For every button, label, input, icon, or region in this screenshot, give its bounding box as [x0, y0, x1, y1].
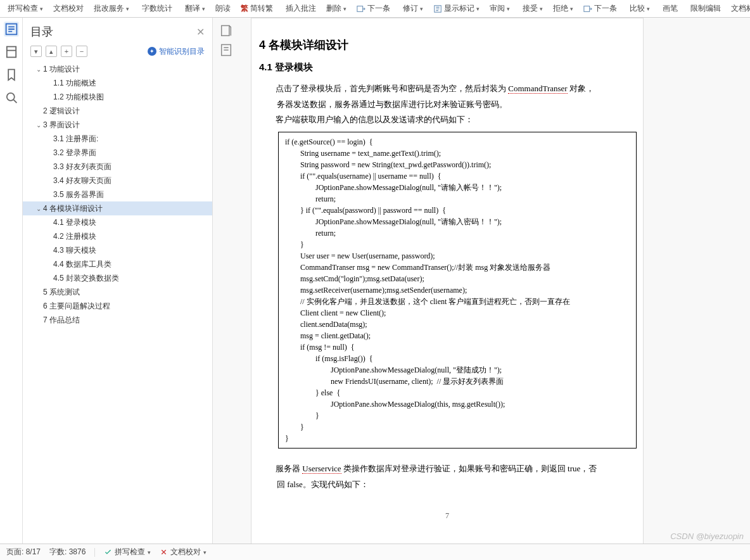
outline-item-label: 3.5 服务器界面: [53, 189, 104, 200]
box-arrow-icon: [357, 4, 365, 13]
reject-button[interactable]: 拒绝▾: [548, 1, 578, 17]
main-area: 目录 ✕ ▾ ▴ + − ✦ 智能识别目录 ⌄1 功能设计1.1 功能概述1.2…: [0, 18, 750, 544]
revise-button[interactable]: 修订▾: [398, 1, 428, 17]
insert-comment-button[interactable]: 插入批注: [281, 1, 321, 17]
outline-item[interactable]: 6 主要问题解决过程: [23, 299, 212, 313]
outline-item[interactable]: 7 作品总结: [23, 313, 212, 327]
document-page: 4 各模块详细设计 4.1 登录模块 点击了登录模块后，首先判断账号和密码是否为…: [251, 18, 644, 544]
status-bar: 页面: 8/17 字数: 3876 拼写检查▾ 文档校对▾: [0, 544, 750, 560]
outline-panel: 目录 ✕ ▾ ▴ + − ✦ 智能识别目录 ⌄1 功能设计1.1 功能概述1.2…: [23, 18, 213, 544]
body-paragraph: 务器发送数据，服务器通过与数据库进行比对来验证账号密码。: [251, 97, 643, 113]
outline-item[interactable]: 4.1 登录模块: [23, 215, 212, 229]
close-outline-button[interactable]: ✕: [196, 26, 205, 38]
expand-all-button[interactable]: ▴: [46, 46, 57, 57]
outline-item[interactable]: ⌄1 功能设计: [23, 62, 212, 76]
show-markup-button[interactable]: 显示标记▾: [428, 1, 485, 17]
outline-item-label: 7 作品总结: [43, 315, 80, 326]
outline-item-label: 4 各模块详细设计: [43, 203, 103, 214]
compare-button[interactable]: 比较▾: [625, 1, 655, 17]
page-setup-icon[interactable]: [219, 24, 233, 38]
auto-detect-outline-button[interactable]: ✦ 智能识别目录: [148, 46, 205, 57]
restrict-edit-button[interactable]: 限制编辑: [685, 1, 726, 17]
heading-2: 4.1 登录模块: [251, 61, 643, 73]
bookmark-tab-icon[interactable]: [4, 67, 19, 82]
outline-item-label: 2 逻辑设计: [43, 106, 80, 117]
outline-item-label: 1.1 功能概述: [53, 78, 96, 89]
status-page[interactable]: 页面: 8/17: [6, 547, 41, 557]
word-count-button[interactable]: 字数统计: [137, 1, 177, 17]
chevron-icon[interactable]: ⌄: [34, 66, 43, 73]
body-paragraph: 回 false。实现代码如下：: [251, 477, 643, 493]
body-paragraph: 服务器 Userservice 类操作数据库对登录进行验证，如果账号和密码正确，…: [251, 461, 643, 477]
svg-rect-6: [222, 25, 229, 35]
outline-item-label: 6 主要问题解决过程: [43, 301, 110, 312]
check-icon: [104, 548, 112, 556]
top-toolbar: 拼写检查▾ 文档校对 批改服务▾ 字数统计 翻译▾ 朗读 繁简转繁 插入批注 删…: [0, 0, 750, 18]
svg-rect-4: [6, 47, 15, 58]
read-aloud-button[interactable]: 朗读: [210, 1, 236, 17]
chevron-icon[interactable]: ⌄: [34, 122, 43, 129]
auto-detect-icon: ✦: [148, 47, 156, 56]
outline-item[interactable]: 4.3 聊天模块: [23, 243, 212, 257]
outline-item-label: 3.1 注册界面:: [53, 134, 98, 144]
doc-proof-button[interactable]: 文档校对: [48, 1, 89, 17]
outline-item-label: 4.5 封装交换数据类: [53, 273, 119, 284]
outline-item-label: 3.2 登录界面: [53, 148, 96, 158]
outline-item[interactable]: ⌄4 各模块详细设计: [23, 201, 212, 215]
collapse-all-button[interactable]: ▾: [30, 46, 42, 57]
delete-button[interactable]: 删除▾: [321, 1, 352, 17]
outline-item-label: 1.2 功能模块图: [53, 92, 104, 103]
outline-tree: ⌄1 功能设计1.1 功能概述1.2 功能模块图2 逻辑设计⌄3 界面设计3.1…: [23, 61, 212, 544]
markup-icon: [433, 4, 442, 13]
page-number: 7: [251, 511, 643, 521]
svg-rect-2: [584, 6, 590, 11]
outline-item[interactable]: 1.2 功能模块图: [23, 90, 212, 104]
remove-level-button[interactable]: −: [76, 46, 87, 57]
outline-item[interactable]: 3.4 好友聊天页面: [23, 174, 212, 188]
status-spell-check[interactable]: 拼写检查▾: [104, 547, 151, 557]
outline-item-label: 3 界面设计: [43, 120, 80, 130]
prev-comment-button[interactable]: 下一条: [352, 1, 395, 17]
watermark: CSDN @biyezuopin: [670, 531, 744, 541]
batch-service-button[interactable]: 批改服务▾: [89, 1, 134, 17]
status-doc-proof[interactable]: 文档校对▾: [160, 547, 207, 557]
simp-trad-button[interactable]: 繁简转繁: [236, 1, 278, 17]
simp-trad-icon: 繁: [241, 3, 248, 14]
outline-item[interactable]: 1.1 功能概述: [23, 76, 212, 90]
search-tab-icon[interactable]: [4, 90, 19, 105]
outline-item[interactable]: 3.2 登录界面: [23, 146, 212, 160]
translate-button[interactable]: 翻译▾: [180, 1, 210, 17]
outline-item-label: 3.3 好友列表页面: [53, 162, 111, 172]
section-tab-icon[interactable]: [4, 44, 19, 60]
outline-item[interactable]: 5 系统测试: [23, 285, 212, 299]
underlined-term: CommandTranser: [508, 84, 567, 94]
pen-button[interactable]: 画笔: [658, 1, 683, 17]
spell-check-button[interactable]: 拼写检查▾: [3, 1, 48, 17]
svg-rect-0: [357, 6, 363, 11]
outline-item[interactable]: 4.4 数据库工具类: [23, 257, 212, 271]
left-sidebar: [0, 18, 23, 544]
outline-item-label: 1 功能设计: [43, 64, 80, 75]
accept-button[interactable]: 接受▾: [518, 1, 548, 17]
outline-item-label: 5 系统测试: [43, 287, 80, 298]
outline-title: 目录: [30, 24, 196, 39]
page-options-icon[interactable]: [219, 43, 233, 57]
outline-item-label: 4.1 登录模块: [53, 217, 96, 228]
svg-point-5: [6, 93, 14, 101]
chevron-icon[interactable]: ⌄: [34, 205, 43, 212]
review-button[interactable]: 审阅▾: [485, 1, 515, 17]
next-comment-button[interactable]: 下一条: [578, 1, 622, 17]
outline-tab-icon[interactable]: [4, 22, 19, 37]
doc-mark-button[interactable]: 文档标: [726, 1, 750, 17]
outline-item[interactable]: ⌄3 界面设计: [23, 118, 212, 132]
document-area[interactable]: 4 各模块详细设计 4.1 登录模块 点击了登录模块后，首先判断账号和密码是否为…: [213, 18, 750, 544]
code-block: if (e.getSource() == login) { String use…: [278, 132, 637, 449]
status-word-count[interactable]: 字数: 3876: [49, 547, 86, 557]
add-level-button[interactable]: +: [61, 46, 72, 57]
outline-item[interactable]: 4.5 封装交换数据类: [23, 271, 212, 285]
outline-item[interactable]: 4.2 注册模块: [23, 229, 212, 243]
outline-item[interactable]: 3.5 服务器界面: [23, 188, 212, 201]
outline-item[interactable]: 2 逻辑设计: [23, 104, 212, 118]
outline-item[interactable]: 3.3 好友列表页面: [23, 160, 212, 174]
outline-item[interactable]: 3.1 注册界面:: [23, 132, 212, 146]
